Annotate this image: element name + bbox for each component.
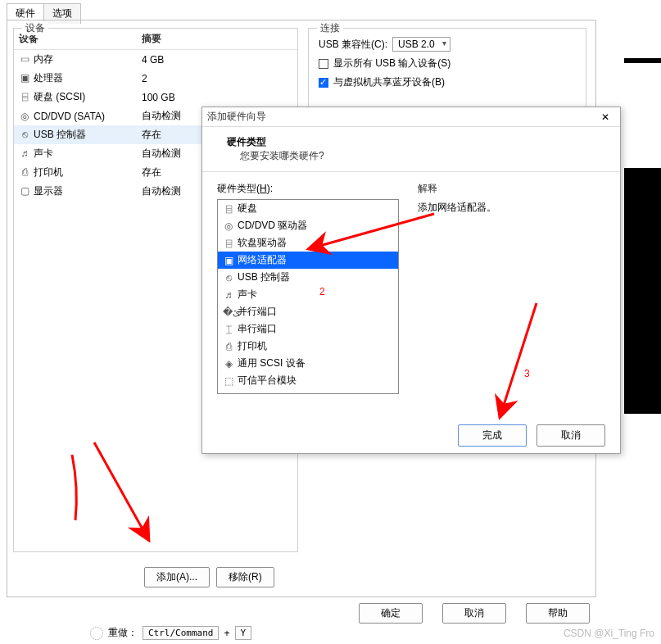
device-name: 处理器 bbox=[34, 72, 63, 84]
hardware-type-icon: ⌸ bbox=[223, 238, 234, 249]
wizard-header: 硬件类型 您要安装哪类硬件? bbox=[202, 127, 620, 172]
redo-key2: Y bbox=[235, 626, 252, 640]
remove-hardware-button[interactable]: 移除(R) bbox=[216, 567, 274, 587]
device-icon: ⌸ bbox=[19, 91, 30, 102]
ok-button[interactable]: 确定 bbox=[359, 603, 423, 624]
wizard-cancel-label: 取消 bbox=[561, 429, 581, 441]
device-icon: ◎ bbox=[19, 111, 30, 122]
hardware-type-item[interactable]: ⬚可信平台模块 bbox=[218, 372, 398, 389]
hardware-type-icon: �ێ bbox=[223, 306, 234, 318]
hardware-type-label: CD/DVD 驱动器 bbox=[238, 219, 307, 233]
device-name: 硬盘 (SCSI) bbox=[34, 91, 85, 102]
device-icon: ⎙ bbox=[19, 166, 30, 178]
hardware-type-label: 网络适配器 bbox=[238, 253, 287, 267]
device-legend: 设备 bbox=[22, 21, 48, 35]
wizard-desc-title: 解释 bbox=[418, 182, 605, 196]
add-hardware-button[interactable]: 添加(A)... bbox=[144, 567, 210, 587]
hardware-type-item[interactable]: ▣网络适配器 bbox=[218, 252, 398, 269]
wizard-close-button[interactable]: ✕ bbox=[595, 111, 615, 123]
hardware-type-list[interactable]: ⌸硬盘◎CD/DVD 驱动器⌸软盘驱动器▣网络适配器⎋USB 控制器♬声卡�ێ并… bbox=[217, 199, 399, 394]
hardware-type-label: 串行端口 bbox=[238, 322, 277, 336]
share-bluetooth-label: 与虚拟机共享蓝牙设备(B) bbox=[333, 75, 445, 89]
redo-icon bbox=[90, 627, 103, 640]
hardware-type-item[interactable]: ⎙打印机 bbox=[218, 338, 398, 355]
hardware-type-label: 声卡 bbox=[238, 288, 257, 302]
hardware-type-icon: ♬ bbox=[223, 289, 234, 301]
cancel-button[interactable]: 取消 bbox=[442, 603, 506, 624]
usb-compat-label: USB 兼容性(C): bbox=[319, 38, 387, 52]
help-button[interactable]: 帮助 bbox=[526, 603, 590, 624]
preview-strip-top bbox=[624, 58, 661, 63]
device-row[interactable]: ▭内存4 GB bbox=[14, 50, 297, 70]
device-summary: 4 GB bbox=[137, 50, 297, 70]
usb-compat-value: USB 2.0 bbox=[398, 39, 435, 50]
hw-list-label: 硬件类型(H): bbox=[217, 182, 410, 196]
tab-hardware-label: 硬件 bbox=[16, 7, 35, 19]
hardware-type-label: USB 控制器 bbox=[238, 270, 290, 284]
watermark: CSDN @Xi_Ting Fro bbox=[564, 628, 654, 639]
wizard-titlebar: 添加硬件向导 ✕ bbox=[202, 107, 620, 127]
hardware-type-item[interactable]: ⌸软盘驱动器 bbox=[218, 234, 398, 252]
wizard-finish-button[interactable]: 完成 bbox=[458, 424, 527, 447]
preview-strip-main bbox=[624, 168, 661, 414]
hardware-type-label: 并行端口 bbox=[238, 305, 277, 319]
device-name: CD/DVD (SATA) bbox=[34, 111, 105, 122]
hardware-type-item[interactable]: ◈通用 SCSI 设备 bbox=[218, 355, 398, 372]
redo-bar: 重做： Ctrl/Command + Y bbox=[90, 626, 251, 640]
hardware-type-item[interactable]: ⌶串行端口 bbox=[218, 320, 398, 338]
add-hardware-wizard-dialog: 添加硬件向导 ✕ 硬件类型 您要安装哪类硬件? 硬件类型(H): ⌸硬盘◎CD/… bbox=[201, 107, 621, 454]
wizard-head-title: 硬件类型 bbox=[227, 135, 604, 149]
wizard-cancel-button[interactable]: 取消 bbox=[536, 424, 605, 447]
device-icon: ♬ bbox=[19, 147, 30, 159]
device-row[interactable]: ▣处理器2 bbox=[14, 69, 297, 88]
hardware-type-icon: ⌸ bbox=[223, 203, 234, 215]
summary-col-header: 摘要 bbox=[137, 29, 297, 50]
device-row[interactable]: ⌸硬盘 (SCSI)100 GB bbox=[14, 88, 297, 107]
hardware-type-icon: ▣ bbox=[223, 255, 234, 266]
redo-plus: + bbox=[224, 628, 229, 639]
hardware-type-icon: ⎙ bbox=[223, 341, 234, 352]
connection-group: 连接 USB 兼容性(C): USB 2.0 显示所有 USB 输入设备(S) … bbox=[308, 28, 586, 110]
hardware-type-icon: ⬚ bbox=[223, 375, 234, 387]
device-icon: ▭ bbox=[19, 53, 30, 65]
hardware-type-icon: ⌶ bbox=[223, 324, 234, 335]
wizard-desc-text: 添加网络适配器。 bbox=[418, 201, 605, 215]
hardware-type-label: 通用 SCSI 设备 bbox=[238, 356, 306, 370]
usb-compat-select[interactable]: USB 2.0 bbox=[392, 37, 450, 52]
hardware-type-label: 硬盘 bbox=[238, 202, 257, 215]
wizard-title: 添加硬件向导 bbox=[207, 110, 595, 124]
remove-hardware-label: 移除(R) bbox=[229, 571, 262, 583]
device-icon: ⎋ bbox=[19, 129, 30, 140]
hardware-type-icon: ◈ bbox=[223, 358, 234, 370]
hardware-type-item[interactable]: ⌸硬盘 bbox=[218, 200, 398, 217]
show-all-usb-checkbox[interactable] bbox=[319, 59, 328, 69]
hardware-type-icon: ⎋ bbox=[223, 272, 234, 283]
device-name: 显示器 bbox=[34, 185, 63, 197]
redo-label: 重做： bbox=[108, 626, 138, 640]
hardware-type-icon: ◎ bbox=[223, 220, 234, 232]
hardware-type-item[interactable]: ♬声卡 bbox=[218, 286, 398, 303]
close-icon: ✕ bbox=[601, 111, 609, 123]
device-name: USB 控制器 bbox=[34, 129, 86, 140]
device-name: 声卡 bbox=[34, 147, 53, 159]
hardware-type-item[interactable]: ◎CD/DVD 驱动器 bbox=[218, 217, 398, 234]
device-name: 打印机 bbox=[34, 166, 63, 178]
device-name: 内存 bbox=[34, 53, 53, 65]
connection-legend: 连接 bbox=[317, 21, 343, 35]
hardware-type-item[interactable]: �ێ并行端口 bbox=[218, 303, 398, 320]
hardware-type-item[interactable]: ⎋USB 控制器 bbox=[218, 269, 398, 286]
hardware-type-label: 打印机 bbox=[238, 339, 267, 353]
device-summary: 100 GB bbox=[137, 88, 297, 107]
device-icon: ▢ bbox=[19, 185, 30, 197]
add-hardware-label: 添加(A)... bbox=[156, 571, 197, 583]
wizard-head-sub: 您要安装哪类硬件? bbox=[227, 149, 604, 163]
hardware-type-label: 可信平台模块 bbox=[238, 374, 297, 388]
share-bluetooth-checkbox[interactable] bbox=[319, 78, 328, 88]
device-icon: ▣ bbox=[19, 72, 30, 84]
hardware-type-label: 软盘驱动器 bbox=[238, 236, 287, 250]
redo-key1: Ctrl/Command bbox=[143, 626, 219, 640]
wizard-finish-label: 完成 bbox=[482, 429, 502, 441]
device-summary: 2 bbox=[137, 69, 297, 88]
show-all-usb-label: 显示所有 USB 输入设备(S) bbox=[333, 57, 450, 70]
tab-options-label: 选项 bbox=[52, 7, 72, 19]
